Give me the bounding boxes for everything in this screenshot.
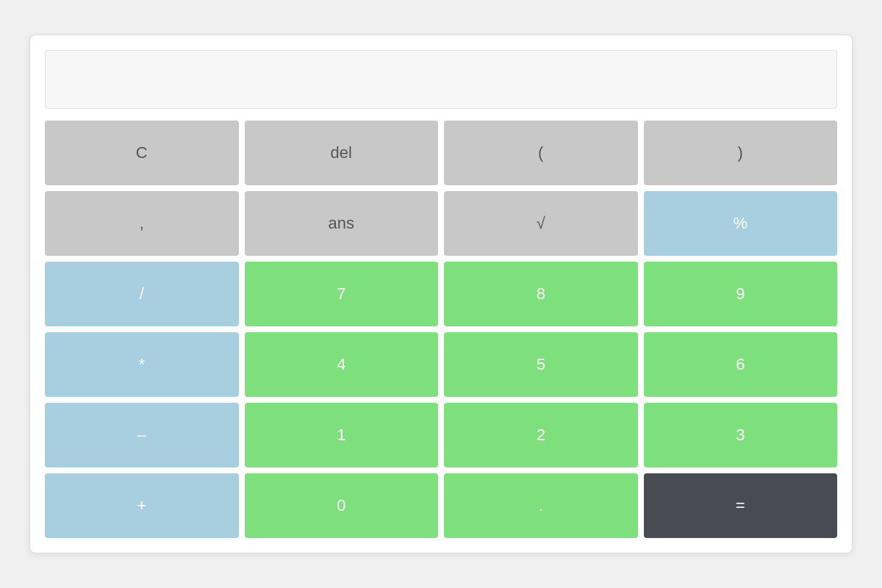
- key-open-paren[interactable]: (: [444, 121, 638, 185]
- key-multiply[interactable]: *: [45, 332, 239, 397]
- display: [45, 50, 837, 109]
- key-one[interactable]: 1: [245, 403, 439, 467]
- key-comma[interactable]: ,: [45, 191, 239, 256]
- key-subtract[interactable]: –: [45, 403, 239, 467]
- key-equals[interactable]: =: [644, 473, 838, 538]
- key-decimal[interactable]: .: [444, 473, 638, 538]
- keypad: Cdel(),ans√%/789*456–123+0.=: [45, 121, 837, 538]
- key-nine[interactable]: 9: [644, 262, 838, 326]
- key-close-paren[interactable]: ): [644, 121, 838, 185]
- key-add[interactable]: +: [45, 473, 239, 538]
- key-sqrt[interactable]: √: [444, 191, 638, 256]
- key-divide[interactable]: /: [45, 262, 239, 326]
- calculator: Cdel(),ans√%/789*456–123+0.=: [29, 35, 853, 553]
- key-five[interactable]: 5: [444, 332, 638, 397]
- key-ans[interactable]: ans: [245, 191, 439, 256]
- key-percent[interactable]: %: [644, 191, 838, 256]
- key-three[interactable]: 3: [644, 403, 838, 467]
- key-zero[interactable]: 0: [245, 473, 439, 538]
- key-six[interactable]: 6: [644, 332, 838, 397]
- key-eight[interactable]: 8: [444, 262, 638, 326]
- key-clear[interactable]: C: [45, 121, 239, 185]
- key-seven[interactable]: 7: [245, 262, 439, 326]
- key-four[interactable]: 4: [245, 332, 439, 397]
- key-delete[interactable]: del: [245, 121, 439, 185]
- key-two[interactable]: 2: [444, 403, 638, 467]
